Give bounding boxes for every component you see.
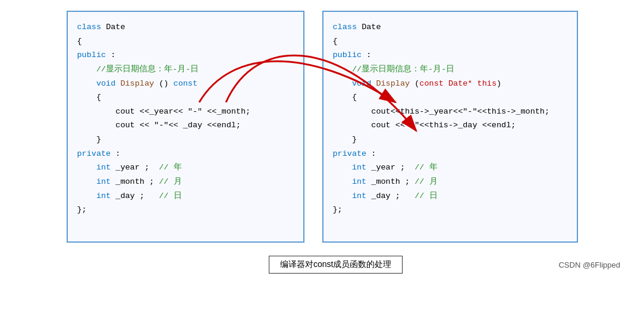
left-line-10: private : <box>77 147 294 161</box>
left-line-4: //显示日期信息：年-月-日 <box>77 62 294 77</box>
right-line-11: int _year ; // 年 <box>333 161 567 175</box>
right-line-14: }; <box>333 203 567 217</box>
right-line-9: } <box>333 133 567 147</box>
right-line-2: { <box>333 34 567 49</box>
right-line-4: //显示日期信息：年-月-日 <box>333 62 567 77</box>
left-line-5: void Display () const <box>77 77 294 91</box>
left-code-box: class Date { public : //显示日期信息：年-月-日 voi… <box>67 11 304 243</box>
right-line-12: int _month ; // 月 <box>333 175 567 189</box>
right-line-7: cout<<this->_year<<"-"<<this->_month; <box>333 105 567 119</box>
left-line-11: int _year ; // 年 <box>77 161 294 175</box>
right-code-box: class Date { public : //显示日期信息：年-月-日 voi… <box>322 11 578 243</box>
left-line-2: { <box>77 34 294 49</box>
left-line-3: public : <box>77 48 294 62</box>
bottom-section: 编译器对const成员函数的处理 CSDN @6Flipped <box>0 251 644 276</box>
right-line-1: class Date <box>333 20 567 34</box>
left-line-9: } <box>77 133 294 147</box>
right-line-5: void Display (const Date* this) <box>333 77 567 91</box>
left-line-7: cout <<_year<< "-" <<_month; <box>77 105 294 119</box>
right-line-3: public : <box>333 48 567 62</box>
left-line-12: int _month ; // 月 <box>77 175 294 189</box>
right-line-13: int _day ; // 日 <box>333 189 567 203</box>
right-line-6: { <box>333 90 567 105</box>
left-line-6: { <box>77 90 294 105</box>
left-line-8: cout << "-"<< _day <<endl; <box>77 118 294 133</box>
left-line-13: int _day ; // 日 <box>77 189 294 203</box>
left-line-14: }; <box>77 203 294 217</box>
caption-text: 编译器对const成员函数的处理 <box>280 259 391 269</box>
right-line-8: cout <<"-"<<this->_day <<endl; <box>333 118 567 133</box>
caption-box: 编译器对const成员函数的处理 <box>269 256 403 274</box>
branding-text: CSDN @6Flipped <box>558 260 620 269</box>
right-line-10: private : <box>333 147 567 161</box>
left-line-1: class Date <box>77 20 294 34</box>
